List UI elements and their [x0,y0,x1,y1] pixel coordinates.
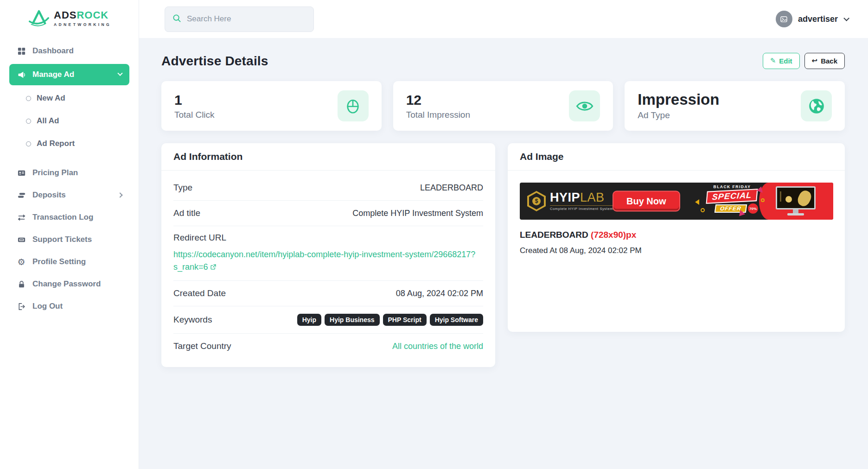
keyword-badge: Hyip Business [325,314,379,326]
main-area: advertiser Advertise Details ✎ Edit ↩ Ba… [139,0,868,469]
sidebar-item-label: Profile Setting [32,257,86,266]
stat-label: Total Impression [406,110,470,120]
user-name: advertiser [798,14,838,24]
search-icon [172,14,181,25]
sidebar-item-profile-setting[interactable]: ⚙ Profile Setting [9,253,129,271]
panel-header: Ad Information [161,143,495,171]
chevron-right-icon [117,192,122,197]
stat-value: 1 [174,92,215,108]
discount-badge: 70% [748,203,758,214]
info-row-target-country: Target Country All countries of the worl… [173,334,483,359]
redirect-url-text: https://codecanyon.net/item/hyiplab-comp… [173,250,475,272]
sidebar-item-label: Deposits [32,190,66,200]
circle-decoration [701,208,705,212]
sidebar-item-change-password[interactable]: Change Password [9,275,129,293]
sidebar-item-label: Pricing Plan [32,168,78,177]
sidebar-menu: Dashboard Manage Ad New Ad All Ad Ad [0,33,139,316]
black-friday-block: BLACK FRIDAY SPECIAL OFFER 70% [704,184,760,214]
stat-value: Impression [638,91,719,108]
redirect-url-link[interactable]: https://codecanyon.net/item/hyiplab-comp… [173,248,483,274]
sidebar-item-support-tickets[interactable]: Support Tickets [9,230,129,249]
eye-icon [569,90,600,121]
mouse-icon [338,90,369,121]
back-arrow-icon: ↩ [812,57,818,64]
page-content: Advertise Details ✎ Edit ↩ Back 1 [139,38,868,469]
edit-button[interactable]: ✎ Edit [763,53,800,69]
triangle-decoration [695,199,699,205]
id-card-icon [17,168,26,177]
ad-image-panel: Ad Image [508,143,845,332]
adsrock-logo-icon [29,8,49,29]
globe-icon [801,90,832,121]
sidebar-item-new-ad[interactable]: New Ad [9,89,129,108]
hexagon-coin-icon: $ [527,191,546,211]
sidebar-item-label: All Ad [37,116,59,126]
info-row-keywords: Keywords Hyip Hyip Business PHP Script H… [173,306,483,334]
stat-label: Ad Type [638,110,719,120]
sidebar-item-transaction-log[interactable]: Transaction Log [9,208,129,227]
keyword-badge: Hyip Software [430,314,483,326]
megaphone-icon [17,70,26,79]
sidebar-item-log-out[interactable]: Log Out [9,297,129,316]
sidebar-item-label: Log Out [32,302,63,311]
circle-icon [26,119,31,124]
external-link-icon [210,261,217,274]
info-row-ad-title: Ad title Complete HYIP Investment System [173,201,483,226]
stat-card-total-click: 1 Total Click [161,81,382,131]
buy-now-button[interactable]: Buy Now [613,191,680,212]
lock-icon [17,279,26,289]
deposits-icon [17,190,26,200]
panel-title: Ad Image [520,151,564,162]
keyword-badge: PHP Script [383,314,427,326]
user-menu[interactable]: advertiser [776,11,848,27]
search-input[interactable] [187,14,306,24]
info-label: Redirect URL [173,233,226,242]
ad-size-line: LEADERBOARD (728x90)px [508,220,845,240]
stat-value: 12 [406,92,470,108]
sidebar-item-manage-ad[interactable]: Manage Ad [9,64,129,85]
sidebar-item-label: Change Password [32,279,101,289]
sidebar-item-pricing-plan[interactable]: Pricing Plan [9,164,129,182]
page-header: Advertise Details ✎ Edit ↩ Back [161,53,845,69]
avatar [776,11,792,27]
transfer-icon [17,213,26,222]
info-row-redirect-url: Redirect URL https://codecanyon.net/item… [173,226,483,281]
sidebar-item-label: Transaction Log [32,213,93,222]
search-box[interactable] [165,6,314,32]
sidebar-item-label: Ad Report [37,139,75,148]
back-button[interactable]: ↩ Back [804,53,845,69]
target-country-link[interactable]: All countries of the world [392,342,483,351]
ad-information-panel: Ad Information Type LEADERBOARD Ad title… [161,143,495,367]
circle-decoration [761,198,765,202]
chevron-down-icon [843,15,849,21]
sidebar-item-all-ad[interactable]: All Ad [9,112,129,130]
sidebar-item-label: Manage Ad [32,70,74,79]
keyword-badge: Hyip [297,314,321,326]
stat-card-total-impression: 12 Total Impression [393,81,613,131]
sidebar-item-deposits[interactable]: Deposits [9,186,129,204]
sidebar-item-label: Support Tickets [32,235,92,244]
chevron-down-icon [117,71,122,76]
ticket-icon [17,235,26,244]
pencil-icon: ✎ [770,57,776,64]
gear-icon: ⚙ [17,257,26,266]
ad-size-text: (728x90)px [591,230,636,240]
panel-title: Ad Information [173,151,243,162]
sidebar-item-label: Dashboard [32,46,74,56]
banner-red-section [759,183,833,220]
info-row-type: Type LEADERBOARD [173,175,483,201]
info-value: LEADERBOARD [420,183,483,193]
monitor-graphic [776,186,816,215]
ad-banner-image[interactable]: $ HYIPLAB Complete HYIP Investment Syste… [520,183,833,220]
sidebar-item-ad-report[interactable]: Ad Report [9,134,129,153]
sidebar-item-dashboard[interactable]: Dashboard [9,42,129,60]
black-friday-label: BLACK FRIDAY [704,184,760,189]
brand-tagline: ADNETWORKING [54,22,111,27]
stat-card-ad-type: Impression Ad Type [625,81,845,131]
page-title: Advertise Details [161,54,268,69]
info-label: Target Country [173,341,231,351]
stat-label: Total Click [174,110,215,120]
info-value: Complete HYIP Investment System [352,209,483,218]
brand-logo[interactable]: ADSROCK ADNETWORKING [0,0,139,33]
sidebar: ADSROCK ADNETWORKING Dashboard Manage Ad [0,0,139,469]
